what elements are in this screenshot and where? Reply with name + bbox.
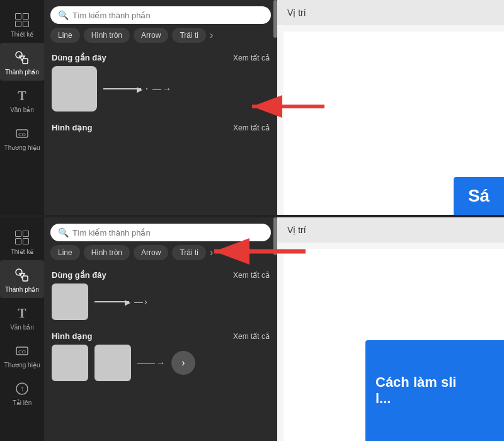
- sidebar-label-van-ban: Văn bản: [10, 106, 34, 113]
- sidebar-top: Thiết kế Thành phần T Văn bản: [0, 0, 44, 215]
- items-row-recent-bottom: ▶ — ›: [44, 284, 277, 326]
- section-title-shape-top: Hình dạng: [52, 123, 92, 132]
- filter-arrow-bottom[interactable]: Arrow: [134, 245, 168, 260]
- circle-shape-bottom[interactable]: ›: [171, 351, 195, 375]
- right-area-bottom: Vị trí Cách làm sli l...: [277, 217, 504, 441]
- item-thumb-recent-bottom[interactable]: [52, 284, 88, 320]
- svg-rect-1: [23, 59, 28, 64]
- filter-traiti-top[interactable]: Trái ti: [172, 28, 206, 43]
- filter-row-top: Line Hình tròn Arrow Trái ti ›: [44, 28, 277, 48]
- blue-text-bottom-line2: l...: [375, 391, 391, 407]
- items-row-recent-top: ▶ — →: [44, 66, 277, 118]
- sidebar-label-thanh-phan-bottom: Thành phần: [5, 286, 39, 293]
- section-link-shape-bottom[interactable]: Xem tất cả: [233, 332, 270, 341]
- red-arrow-top: [246, 91, 328, 125]
- svg-text:↑: ↑: [20, 384, 24, 393]
- panel-content-top: 🔍 Line Hình tròn Arrow Trái ti › Dùng gầ…: [44, 0, 277, 215]
- sidebar-item-thanh-phan[interactable]: Thành phần: [0, 43, 44, 81]
- sidebar-label-van-ban-bottom: Văn bản: [10, 324, 34, 331]
- van-ban-icon-bottom: T: [13, 304, 31, 322]
- svg-point-7: [16, 269, 22, 275]
- blue-text-bottom-line1: Cách làm sli: [375, 374, 456, 391]
- svg-marker-2: [20, 56, 25, 60]
- sidebar-bottom: Thiết kế Thành phần T Văn bản: [0, 217, 44, 441]
- items-row-shape-bottom: —— → ›: [44, 345, 277, 387]
- blue-accent-top: Sá: [454, 177, 504, 215]
- section-title-shape-bottom: Hình dạng: [52, 331, 92, 341]
- section-title-recent-top: Dùng gần đây: [52, 53, 106, 62]
- filter-line-top[interactable]: Line: [50, 28, 80, 43]
- sidebar-label-thanh-phan: Thành phần: [5, 69, 39, 76]
- panel-top: Thiết kế Thành phần T Văn bản: [0, 0, 504, 217]
- filter-hinhtron-top[interactable]: Hình tròn: [84, 28, 130, 43]
- filter-hinhtron-bottom[interactable]: Hình tròn: [84, 245, 130, 260]
- filter-arrow-top[interactable]: Arrow: [134, 28, 168, 43]
- search-icon-bottom: 🔍: [58, 227, 69, 238]
- red-arrow-bottom: [208, 238, 309, 268]
- svg-marker-9: [20, 273, 25, 278]
- thanh-phan-icon-bottom: [13, 266, 31, 284]
- search-input-bottom[interactable]: [72, 228, 263, 238]
- van-ban-icon: T: [13, 87, 31, 105]
- section-link-shape-top[interactable]: Xem tất cả: [233, 123, 270, 132]
- section-header-recent-top: Dùng gần đây Xem tất cả: [44, 48, 277, 66]
- section-link-recent-bottom[interactable]: Xem tất cả: [233, 271, 270, 280]
- sidebar-label-thiet-ke-bottom: Thiết kế: [11, 248, 33, 255]
- canvas-area-bottom: Cách làm sli l...: [277, 243, 504, 441]
- thiet-ke-icon-bottom: [13, 229, 31, 246]
- vi-tri-top: Vị trí: [277, 0, 504, 25]
- sidebar-label-thuong-hieu-bottom: Thương hiệu: [4, 362, 40, 369]
- item-thumb-recent-top[interactable]: [52, 66, 97, 112]
- search-input-top[interactable]: [72, 11, 263, 20]
- search-icon-top: 🔍: [58, 10, 69, 20]
- blue-accent-bottom: Cách làm sli l...: [365, 340, 504, 441]
- item-thumb-shape1-bottom[interactable]: [52, 345, 88, 381]
- sidebar-item-thuong-hieu[interactable]: CO Thương hiệu: [0, 118, 44, 156]
- svg-text:CO: CO: [18, 349, 26, 355]
- screenshot-container: Thiết kế Thành phần T Văn bản: [0, 0, 504, 441]
- sidebar-item-thanh-phan-bottom[interactable]: Thành phần: [0, 260, 44, 298]
- item-thumb-shape2-bottom[interactable]: [94, 345, 131, 381]
- svg-point-0: [16, 52, 22, 58]
- sidebar-label-thiet-ke: Thiết kế: [11, 31, 33, 38]
- section-title-recent-bottom: Dùng gần đây: [52, 270, 106, 280]
- sidebar-item-thiet-ke-bottom[interactable]: Thiết kế: [0, 222, 44, 260]
- thiet-ke-icon: [13, 11, 31, 29]
- arrow-connector-shape-bottom: —— →: [137, 358, 165, 368]
- blue-text-top: Sá: [468, 186, 490, 206]
- sidebar-item-van-ban-bottom[interactable]: T Văn bản: [0, 298, 44, 336]
- taiLen-icon-bottom: ↑: [13, 380, 31, 398]
- sidebar-item-taiLen-bottom[interactable]: ↑ Tải lên: [0, 374, 44, 411]
- sidebar-item-thuong-hieu-bottom[interactable]: CO Thương hiệu: [0, 336, 44, 374]
- filter-traiti-bottom[interactable]: Trái ti: [172, 245, 206, 260]
- svg-text:CO: CO: [18, 132, 26, 137]
- thuong-hieu-icon: CO: [13, 125, 31, 142]
- filter-more-top: ›: [210, 28, 213, 43]
- thuong-hieu-icon-bottom: CO: [13, 342, 31, 360]
- svg-rect-8: [23, 276, 28, 281]
- sidebar-label-thuong-hieu: Thương hiệu: [4, 144, 40, 151]
- search-bar-top[interactable]: 🔍: [50, 6, 271, 24]
- section-link-recent-top[interactable]: Xem tất cả: [233, 54, 270, 62]
- sidebar-label-taiLen-bottom: Tải lên: [13, 399, 32, 406]
- thanh-phan-icon: [13, 49, 31, 67]
- section-header-shape-bottom: Hình dạng Xem tất cả: [44, 326, 277, 345]
- filter-line-bottom[interactable]: Line: [50, 245, 80, 260]
- vi-tri-bottom: Vị trí: [277, 217, 504, 243]
- arrow-connector-top: ▶ — →: [103, 84, 171, 94]
- sidebar-item-van-ban[interactable]: T Văn bản: [0, 81, 44, 118]
- section-header-shape-top: Hình dạng Xem tất cả: [44, 118, 277, 136]
- arrow-connector-bottom: ▶ — ›: [94, 297, 147, 307]
- panel-bottom: Thiết kế Thành phần T Văn bản: [0, 217, 504, 441]
- sidebar-item-thiet-ke[interactable]: Thiết kế: [0, 5, 44, 43]
